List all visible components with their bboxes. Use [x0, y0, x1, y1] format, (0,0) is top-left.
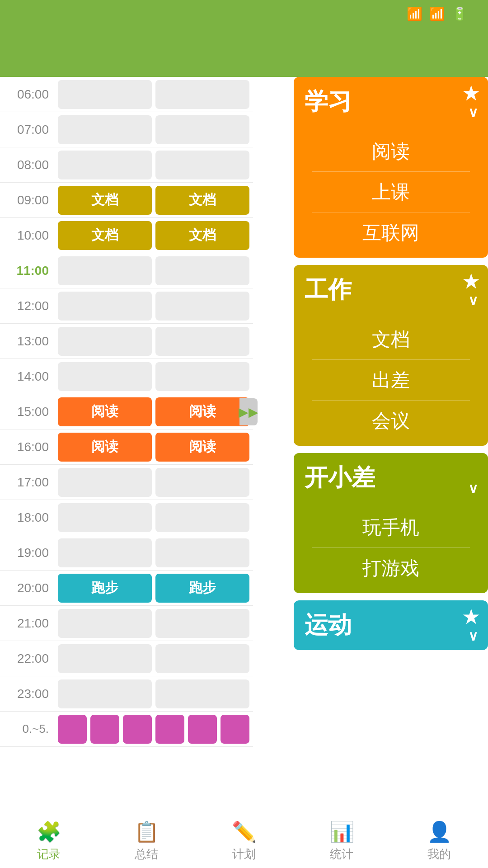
nav-label-plan: 计划	[232, 846, 256, 862]
time-row: 17:00	[0, 465, 253, 500]
time-label: 15:00	[0, 405, 54, 419]
nav-item-record[interactable]: 🧩记录	[0, 814, 98, 868]
cat-body-work: 文档出差会议	[294, 315, 488, 446]
star-icon: ★	[463, 83, 479, 104]
time-block-col2[interactable]	[155, 256, 249, 285]
time-block-col1[interactable]	[58, 256, 152, 285]
time-label: 11:00	[0, 264, 54, 278]
side-arrow[interactable]: ▶▶	[239, 398, 258, 425]
time-label: 0.~5.	[0, 722, 54, 736]
nav-item-mine[interactable]: 👤我的	[390, 814, 488, 868]
timeline: 06:0007:0008:0009:00文档文档10:00文档文档11:0012…	[0, 77, 253, 814]
time-row: 10:00文档文档	[0, 218, 253, 253]
time-block-col2[interactable]	[155, 327, 249, 356]
nav-label-stats: 统计	[330, 846, 353, 862]
time-row: 09:00文档文档	[0, 183, 253, 218]
cat-item[interactable]: 上课	[294, 172, 488, 212]
time-label: 08:00	[0, 158, 54, 172]
cat-item[interactable]: 玩手机	[294, 507, 488, 548]
time-block-col1[interactable]	[58, 468, 152, 497]
time-block-col1[interactable]	[58, 503, 152, 532]
status-bar: 📶 📶 🔋	[0, 0, 488, 27]
cat-body-slack: 玩手机打游戏	[294, 503, 488, 593]
time-block-col2[interactable]	[155, 538, 249, 567]
time-block-col1[interactable]	[58, 609, 152, 638]
time-block-col1[interactable]: 跑步	[58, 574, 152, 603]
nav-icon-summary: 📋	[134, 820, 159, 844]
time-block-col1[interactable]: 阅读	[58, 433, 152, 462]
time-block-col2[interactable]	[155, 644, 249, 673]
time-block-col2[interactable]	[155, 80, 249, 109]
time-row: 20:00跑步跑步	[0, 571, 253, 606]
cat-header-exercise[interactable]: 运动★∨	[294, 600, 488, 650]
time-block-col2[interactable]	[155, 115, 249, 144]
cat-item[interactable]: 出差	[294, 360, 488, 401]
time-block-purple[interactable]	[221, 715, 249, 744]
time-block-col1[interactable]	[58, 538, 152, 567]
time-block-col2[interactable]: 跑步	[155, 574, 249, 603]
time-block-purple[interactable]	[58, 715, 87, 744]
time-blocks: 阅读阅读	[54, 395, 253, 429]
time-row: 0.~5.	[0, 712, 253, 747]
chevron-down-icon: ∨	[468, 104, 478, 120]
time-label: 12:00	[0, 299, 54, 313]
time-label: 16:00	[0, 440, 54, 454]
time-row: 13:00	[0, 324, 253, 359]
time-block-col1[interactable]	[58, 644, 152, 673]
cat-item[interactable]: 互联网	[294, 212, 488, 253]
time-block-purple[interactable]	[123, 715, 152, 744]
time-label: 07:00	[0, 123, 54, 137]
time-block-col2[interactable]: 阅读	[155, 397, 249, 426]
time-block-col2[interactable]: 文档	[155, 186, 249, 215]
time-block-col1[interactable]	[58, 115, 152, 144]
time-block-col1[interactable]	[58, 80, 152, 109]
time-block-col2[interactable]: 文档	[155, 221, 249, 250]
time-row: 16:00阅读阅读	[0, 429, 253, 465]
cat-item[interactable]: 打游戏	[294, 548, 488, 589]
time-block-purple[interactable]	[90, 715, 119, 744]
time-block-col1[interactable]	[58, 362, 152, 391]
cat-item[interactable]: 会议	[294, 401, 488, 441]
chevron-down-icon: ∨	[468, 292, 478, 308]
time-block-col2[interactable]	[155, 609, 249, 638]
time-blocks	[54, 500, 253, 535]
battery-icon: 🔋	[452, 6, 468, 21]
time-block-purple[interactable]	[188, 715, 217, 744]
time-row: 19:00	[0, 535, 253, 571]
time-block-purple[interactable]	[155, 715, 184, 744]
cat-header-slack[interactable]: 开小差∨	[294, 453, 488, 503]
time-label: 10:00	[0, 228, 54, 243]
cat-header-study[interactable]: 学习★∨	[294, 77, 488, 127]
time-block-col1[interactable]: 文档	[58, 221, 152, 250]
time-row: 07:00	[0, 112, 253, 147]
time-row: 08:00	[0, 147, 253, 183]
time-block-col2[interactable]	[155, 503, 249, 532]
time-block-col2[interactable]	[155, 468, 249, 497]
nav-item-summary[interactable]: 📋总结	[98, 814, 195, 868]
time-block-col2[interactable]	[155, 151, 249, 179]
time-block-col1[interactable]: 文档	[58, 186, 152, 215]
time-row: 15:00阅读阅读	[0, 394, 253, 429]
cat-item[interactable]: 文档	[294, 319, 488, 360]
nav-icon-mine: 👤	[427, 820, 452, 844]
cat-header-work[interactable]: 工作★∨	[294, 265, 488, 315]
time-block-col1[interactable]	[58, 327, 152, 356]
time-block-col2[interactable]	[155, 292, 249, 321]
time-block-col2[interactable]	[155, 362, 249, 391]
nav-item-stats[interactable]: 📊统计	[293, 814, 390, 868]
time-blocks	[54, 324, 253, 359]
time-block-col2[interactable]: 阅读	[155, 433, 249, 462]
nav-item-plan[interactable]: ✏️计划	[195, 814, 293, 868]
chevron-down-icon: ∨	[468, 628, 478, 644]
star-icon: ★	[463, 607, 479, 627]
time-blocks: 阅读阅读	[54, 430, 253, 464]
cat-item[interactable]: 阅读	[294, 131, 488, 172]
category-group-work: 工作★∨文档出差会议	[294, 265, 488, 446]
cat-label: 开小差	[305, 462, 375, 494]
time-block-col1[interactable]	[58, 151, 152, 179]
time-block-col1[interactable]	[58, 679, 152, 708]
time-block-col2[interactable]	[155, 679, 249, 708]
time-label: 18:00	[0, 510, 54, 525]
time-block-col1[interactable]	[58, 292, 152, 321]
time-block-col1[interactable]: 阅读	[58, 397, 152, 426]
